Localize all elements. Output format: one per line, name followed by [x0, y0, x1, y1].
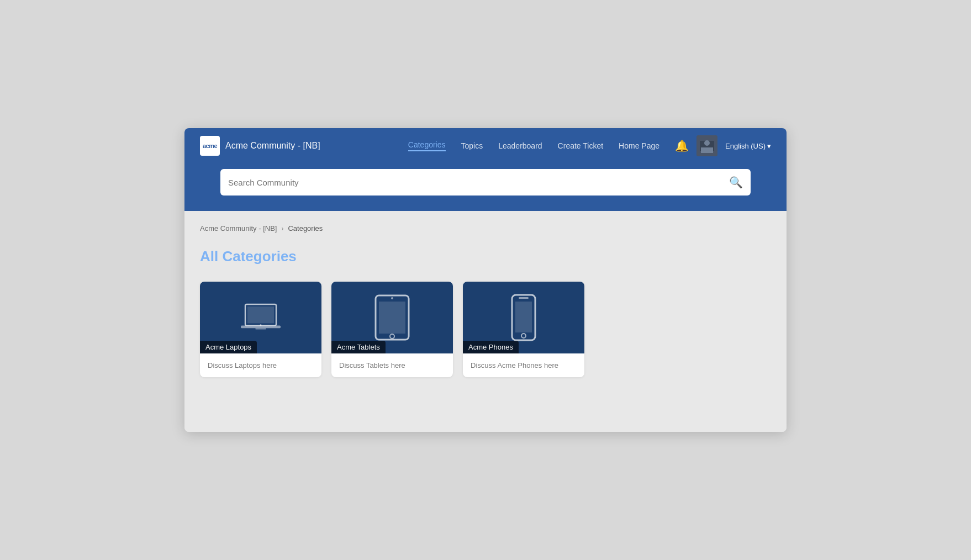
category-card-tablets[interactable]: Acme Tablets Discuss Tablets here	[331, 282, 453, 377]
svg-text:acme: acme	[203, 142, 218, 149]
category-desc-tablets: Discuss Tablets here	[331, 353, 453, 377]
breadcrumb-separator: ›	[281, 225, 283, 233]
navbar-right: 🔔 English (US) ▾	[675, 135, 771, 156]
svg-rect-8	[255, 328, 266, 329]
svg-rect-15	[515, 302, 532, 332]
navbar-logo: acme	[200, 136, 220, 156]
category-image-tablets: Acme Tablets	[331, 282, 453, 353]
chevron-down-icon: ▾	[767, 142, 771, 150]
category-card-laptops[interactable]: Acme Laptops Discuss Laptops here	[200, 282, 321, 377]
search-hero: 🔍	[184, 163, 787, 211]
page-title: All Categories	[200, 248, 771, 265]
nav-topics[interactable]: Topics	[461, 141, 483, 150]
navbar-links: Categories Topics Leaderboard Create Tic…	[408, 140, 659, 151]
search-input[interactable]	[228, 178, 729, 187]
category-desc-phones: Discuss Acme Phones here	[463, 353, 584, 377]
breadcrumb: Acme Community - [NB] › Categories	[200, 224, 771, 233]
main-content: Acme Community - [NB] › Categories All C…	[184, 211, 787, 432]
svg-rect-16	[519, 297, 529, 299]
search-box: 🔍	[220, 169, 751, 196]
browser-window: acme Acme Community - [NB] Categories To…	[184, 128, 787, 432]
nav-categories[interactable]: Categories	[408, 140, 446, 151]
navbar: acme Acme Community - [NB] Categories To…	[184, 128, 787, 163]
category-card-phones[interactable]: Acme Phones Discuss Acme Phones here	[463, 282, 584, 377]
category-label-laptops: Acme Laptops	[200, 341, 257, 353]
svg-point-17	[521, 334, 526, 338]
notification-bell-icon[interactable]: 🔔	[675, 139, 689, 152]
category-image-laptops: Acme Laptops	[200, 282, 321, 353]
svg-rect-6	[247, 307, 274, 323]
avatar[interactable]	[696, 135, 717, 156]
navbar-brand[interactable]: acme Acme Community - [NB]	[200, 136, 320, 156]
category-label-phones: Acme Phones	[463, 341, 519, 353]
nav-create-ticket[interactable]: Create Ticket	[558, 141, 603, 150]
breadcrumb-home[interactable]: Acme Community - [NB]	[200, 224, 277, 233]
category-label-tablets: Acme Tablets	[331, 341, 386, 353]
svg-point-9	[260, 324, 261, 326]
categories-grid: Acme Laptops Discuss Laptops here Acme T…	[200, 282, 771, 377]
language-selector[interactable]: English (US) ▾	[725, 142, 771, 150]
navbar-title: Acme Community - [NB]	[225, 141, 320, 151]
nav-homepage[interactable]: Home Page	[619, 141, 659, 150]
breadcrumb-current: Categories	[288, 224, 323, 233]
svg-point-3	[704, 140, 710, 146]
category-desc-laptops: Discuss Laptops here	[200, 353, 321, 377]
svg-point-12	[390, 334, 394, 339]
svg-rect-11	[379, 302, 405, 334]
svg-rect-4	[701, 147, 713, 153]
search-icon[interactable]: 🔍	[729, 176, 743, 189]
nav-leaderboard[interactable]: Leaderboard	[498, 141, 542, 150]
category-image-phones: Acme Phones	[463, 282, 584, 353]
svg-point-13	[391, 297, 393, 299]
